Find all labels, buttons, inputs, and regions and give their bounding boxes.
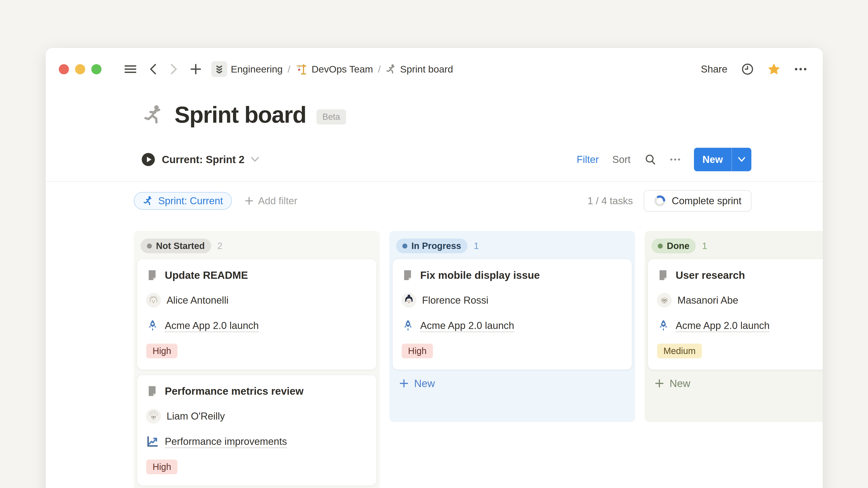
breadcrumb-item-devops-team[interactable]: DevOps Team — [295, 63, 373, 75]
column-in-progress: In Progress 1 Fix mobile display issue — [389, 231, 635, 422]
breadcrumb: Engineering / DevOps Team / — [211, 61, 453, 77]
play-circle-icon — [141, 152, 156, 167]
new-task-button-label[interactable]: New — [694, 148, 732, 171]
assignee-name: Florence Rossi — [422, 295, 488, 306]
forward-icon[interactable] — [169, 63, 178, 75]
sort-button[interactable]: Sort — [612, 154, 631, 165]
task-title: Fix mobile display issue — [420, 269, 540, 281]
runner-icon — [143, 196, 153, 206]
priority-badge: Medium — [657, 344, 702, 358]
app-window: Engineering / DevOps Team / — [46, 48, 823, 488]
back-icon[interactable] — [149, 63, 158, 75]
status-dot — [658, 243, 663, 249]
plus-icon — [245, 196, 254, 205]
clock-icon[interactable] — [741, 63, 754, 75]
task-title: Performance metrics review — [165, 385, 304, 397]
breadcrumb-item-sprint-board[interactable]: Sprint board — [385, 64, 453, 75]
avatar — [146, 409, 161, 423]
status-dot — [402, 243, 407, 249]
search-icon[interactable] — [644, 153, 656, 166]
runner-icon — [385, 64, 397, 74]
minimize-window-button[interactable] — [75, 64, 85, 74]
favorite-star-icon[interactable] — [768, 63, 780, 75]
sprint-view-switcher[interactable]: Current: Sprint 2 — [141, 152, 259, 167]
more-options-icon[interactable] — [794, 67, 807, 71]
breadcrumb-label: Sprint board — [400, 64, 453, 75]
rocket-icon — [402, 319, 414, 332]
zoom-window-button[interactable] — [91, 64, 101, 74]
add-filter-button[interactable]: Add filter — [245, 195, 298, 206]
page-icon — [146, 269, 158, 281]
column-count: 2 — [217, 241, 222, 251]
page-title[interactable]: Sprint board — [175, 103, 306, 126]
page-icon — [402, 269, 413, 281]
close-window-button[interactable] — [59, 64, 69, 74]
status-pill-done[interactable]: Done — [651, 238, 696, 253]
add-card-label: New — [670, 377, 690, 390]
chart-icon — [146, 435, 159, 448]
page-icon — [146, 385, 158, 397]
add-card-label: New — [414, 377, 435, 390]
status-dot — [147, 243, 152, 249]
page-icon — [657, 269, 669, 281]
crane-icon — [295, 63, 308, 75]
breadcrumb-separator: / — [378, 64, 381, 75]
rocket-icon — [146, 319, 159, 332]
column-count: 1 — [474, 241, 479, 251]
breadcrumb-separator: / — [288, 64, 290, 75]
add-filter-label: Add filter — [258, 195, 298, 206]
project-link[interactable]: Performance improvements — [165, 436, 287, 447]
toolbar-divider — [46, 181, 823, 182]
view-options-icon[interactable] — [670, 158, 680, 161]
complete-sprint-button[interactable]: Complete sprint — [644, 190, 751, 212]
add-card-button[interactable]: New — [645, 369, 823, 397]
new-task-dropdown-icon[interactable] — [732, 148, 751, 171]
column-not-started: Not Started 2 Update README — [134, 231, 380, 488]
status-label: In Progress — [411, 241, 461, 251]
page-title-runner-icon — [143, 104, 164, 125]
avatar — [657, 293, 672, 307]
column-count: 1 — [702, 241, 707, 251]
current-sprint-label: Current: Sprint 2 — [162, 153, 244, 166]
filter-button[interactable]: Filter — [577, 154, 599, 165]
avatar — [402, 293, 416, 307]
priority-badge: High — [402, 344, 433, 358]
share-button[interactable]: Share — [701, 64, 727, 75]
kanban-board: Not Started 2 Update README — [134, 231, 823, 488]
breadcrumb-label: DevOps Team — [311, 64, 373, 75]
add-card-button[interactable]: New — [389, 369, 635, 397]
task-card[interactable]: Fix mobile display issue — [393, 259, 632, 369]
task-card[interactable]: User research — [648, 259, 823, 369]
new-task-button[interactable]: New — [694, 148, 751, 171]
progress-ring-icon — [654, 195, 666, 207]
status-pill-not-started[interactable]: Not Started — [141, 238, 211, 253]
hamburger-menu-icon[interactable] — [124, 64, 137, 74]
status-pill-in-progress[interactable]: In Progress — [396, 238, 467, 253]
assignee-name: Liam O'Reilly — [166, 411, 225, 422]
breadcrumb-label: Engineering — [231, 64, 283, 75]
beta-badge: Beta — [316, 109, 346, 125]
avatar — [146, 293, 161, 307]
priority-badge: High — [146, 344, 178, 358]
column-done: Done 1 User research — [645, 231, 823, 422]
assignee-name: Masanori Abe — [677, 295, 738, 306]
project-link[interactable]: Acme App 2.0 launch — [165, 320, 259, 331]
project-link[interactable]: Acme App 2.0 launch — [420, 320, 514, 331]
task-card[interactable]: Update README Alice Anton — [137, 259, 376, 369]
sprint-filter-chip-label: Sprint: Current — [158, 195, 223, 206]
task-title: Update README — [165, 269, 248, 281]
window-controls — [59, 64, 101, 74]
project-link[interactable]: Acme App 2.0 launch — [676, 320, 770, 331]
stack-icon — [211, 61, 227, 77]
chevron-down-icon — [251, 157, 259, 162]
plus-icon — [655, 379, 664, 388]
rocket-icon — [657, 319, 670, 332]
sprint-filter-chip[interactable]: Sprint: Current — [134, 192, 232, 210]
status-label: Not Started — [156, 241, 205, 251]
tasks-progress-text: 1 / 4 tasks — [587, 195, 633, 206]
priority-badge: High — [146, 459, 178, 474]
assignee-name: Alice Antonelli — [166, 295, 228, 306]
new-page-plus-icon[interactable] — [190, 64, 202, 75]
breadcrumb-item-engineering[interactable]: Engineering — [211, 61, 283, 77]
task-card[interactable]: Performance metrics review — [137, 375, 376, 486]
